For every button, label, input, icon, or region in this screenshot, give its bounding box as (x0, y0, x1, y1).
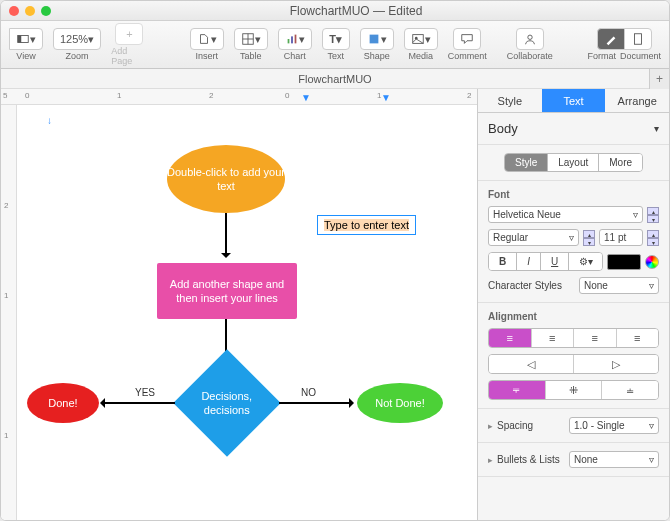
flow-process-rect[interactable]: Add another shape and then insert your l… (157, 263, 297, 319)
spacing-label[interactable]: Spacing (488, 420, 533, 431)
shape-button[interactable]: ▾ (360, 28, 394, 50)
italic-button[interactable]: I (517, 253, 541, 270)
svg-rect-12 (634, 34, 641, 45)
close-icon[interactable] (9, 6, 19, 16)
outdent-button[interactable]: ◁ (489, 355, 574, 373)
svg-rect-7 (294, 35, 296, 44)
subtab-layout[interactable]: Layout (548, 154, 599, 171)
arrow-down-icon (221, 253, 231, 263)
document-tab-bar: FlowchartMUO + (1, 69, 669, 89)
svg-rect-6 (291, 36, 293, 43)
bold-button[interactable]: B (489, 253, 517, 270)
align-justify-button[interactable]: ≡ (617, 329, 659, 347)
font-size-field[interactable]: 11 pt (599, 229, 643, 246)
add-page-button[interactable]: + (115, 23, 143, 45)
toolbar: ▾ View 125% ▾ Zoom + Add Page ▾ Insert ▾… (1, 21, 669, 69)
font-weight-stepper[interactable]: ▴▾ (583, 230, 595, 246)
valign-top-button[interactable]: ⫧ (489, 381, 546, 399)
titlebar: FlowchartMUO — Edited (1, 1, 669, 21)
gear-icon[interactable]: ⚙︎▾ (569, 253, 603, 270)
window-title: FlowchartMUO — Edited (51, 4, 661, 18)
valign-bottom-button[interactable]: ⫨ (602, 381, 658, 399)
svg-point-11 (528, 35, 532, 39)
insert-button[interactable]: ▾ (190, 28, 224, 50)
paragraph-style[interactable]: Body (488, 121, 518, 136)
alignment-heading: Alignment (488, 311, 659, 322)
edge-label-no: NO (301, 387, 316, 398)
document-tab[interactable]: FlowchartMUO (298, 73, 371, 85)
fullscreen-icon[interactable] (41, 6, 51, 16)
tab-text[interactable]: Text (542, 89, 606, 112)
font-family-select[interactable]: Helvetica Neue▿ (488, 206, 643, 223)
comment-button[interactable] (453, 28, 481, 50)
zoom-select[interactable]: 125% ▾ (53, 28, 101, 50)
flow-notdone-oval[interactable]: Not Done! (357, 383, 443, 423)
connector (103, 402, 175, 404)
font-heading: Font (488, 189, 659, 200)
tab-style[interactable]: Style (478, 89, 542, 112)
bullets-label[interactable]: Bullets & Lists (488, 454, 560, 465)
connector (279, 402, 351, 404)
subtab-style[interactable]: Style (505, 154, 548, 171)
subtab-more[interactable]: More (599, 154, 642, 171)
bullets-select[interactable]: None▿ (569, 451, 659, 468)
spacing-select[interactable]: 1.0 - Single▿ (569, 417, 659, 434)
view-button[interactable]: ▾ (9, 28, 43, 50)
character-styles-label: Character Styles (488, 280, 562, 291)
connector (225, 213, 227, 255)
text-box[interactable]: Type to enter text (317, 215, 416, 235)
font-weight-select[interactable]: Regular▿ (488, 229, 579, 246)
font-family-stepper[interactable]: ▴▾ (647, 207, 659, 223)
align-center-button[interactable]: ≡ (532, 329, 575, 347)
collaborate-button[interactable] (516, 28, 544, 50)
media-button[interactable]: ▾ (404, 28, 438, 50)
format-button[interactable] (597, 28, 625, 50)
canvas[interactable]: ↓ Double-click to add your text Type to … (17, 105, 477, 520)
minimize-icon[interactable] (25, 6, 35, 16)
ruler-horizontal: 5 0 1 2 0 1 2 ▼ ▼ (1, 89, 477, 105)
indent-button[interactable]: ▷ (574, 355, 658, 373)
table-button[interactable]: ▾ (234, 28, 268, 50)
svg-rect-8 (369, 35, 378, 44)
chart-button[interactable]: ▾ (278, 28, 312, 50)
align-right-button[interactable]: ≡ (574, 329, 617, 347)
format-sidebar: Style Text Arrange Body ▾ Style Layout M… (477, 89, 669, 520)
font-size-stepper[interactable]: ▴▾ (647, 230, 659, 246)
edge-label-yes: YES (135, 387, 155, 398)
text-button[interactable]: T▾ (322, 28, 350, 50)
svg-rect-5 (287, 39, 289, 43)
chevron-down-icon[interactable]: ▾ (654, 123, 659, 134)
character-styles-select[interactable]: None▿ (579, 277, 659, 294)
svg-rect-1 (18, 36, 22, 43)
flow-done-oval[interactable]: Done! (27, 383, 99, 423)
color-picker-icon[interactable] (645, 255, 659, 269)
ruler-vertical: 2 1 1 (1, 105, 17, 520)
underline-button[interactable]: U (541, 253, 569, 270)
flow-decision-diamond[interactable]: Decisions, decisions (173, 349, 280, 456)
align-left-button[interactable]: ≡ (489, 329, 532, 347)
text-color-well[interactable] (607, 254, 641, 270)
flow-start-oval[interactable]: Double-click to add your text (167, 145, 285, 213)
document-button[interactable] (624, 28, 652, 50)
valign-middle-button[interactable]: ⁜ (546, 381, 603, 399)
tab-arrange[interactable]: Arrange (605, 89, 669, 112)
add-tab-button[interactable]: + (649, 69, 669, 89)
